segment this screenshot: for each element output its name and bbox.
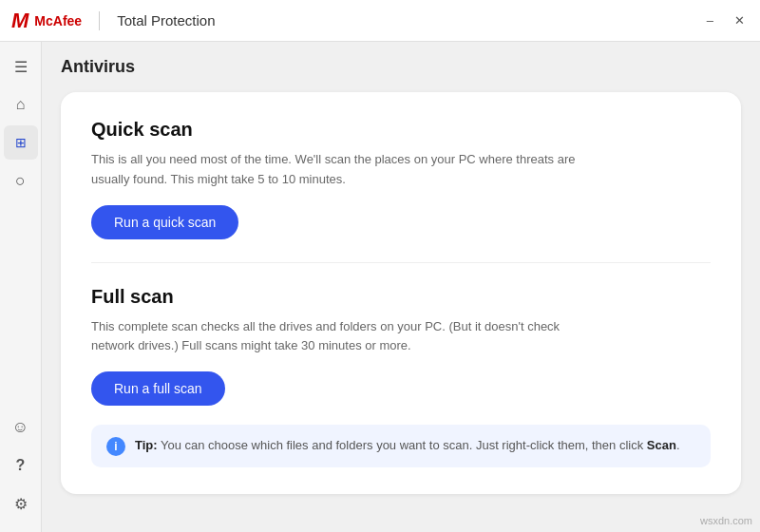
full-scan-section: Full scan This complete scan checks all …: [91, 286, 711, 468]
account-icon: ☺: [12, 418, 28, 437]
antivirus-card: Quick scan This is all you need most of …: [61, 92, 741, 494]
brand-name: McAfee: [34, 13, 82, 28]
main-content: Antivirus Quick scan This is all you nee…: [42, 42, 760, 532]
sidebar-item-menu[interactable]: ☰: [4, 49, 38, 84]
quick-scan-description: This is all you need most of the time. W…: [91, 150, 585, 190]
page-title: Antivirus: [61, 57, 741, 77]
app-layout: ☰ ⌂ ⊞ ○ ☺ ? ⚙ Antivirus Qui: [0, 42, 760, 532]
title-divider: [99, 11, 100, 30]
titlebar: M McAfee Total Protection – ✕: [0, 0, 760, 42]
sidebar-item-home[interactable]: ⌂: [4, 87, 38, 122]
sidebar-item-settings[interactable]: ⚙: [4, 486, 38, 521]
menu-icon: ☰: [14, 58, 28, 76]
tip-box: i Tip: You can choose which files and fo…: [91, 425, 711, 467]
mcafee-m-icon: M: [11, 9, 28, 33]
tip-link: Scan: [647, 438, 676, 452]
sidebar-bottom: ☺ ? ⚙: [4, 410, 38, 532]
home-icon: ⌂: [16, 96, 26, 113]
quick-scan-heading: Quick scan: [91, 119, 711, 141]
logo-area: M McAfee Total Protection: [11, 9, 216, 33]
tip-text: Tip: You can choose which files and fold…: [135, 436, 680, 455]
minimize-button[interactable]: –: [703, 12, 717, 28]
window-controls: – ✕: [703, 12, 749, 28]
close-button[interactable]: ✕: [731, 12, 749, 28]
sidebar-item-account[interactable]: ☺: [4, 410, 38, 445]
quick-scan-section: Quick scan This is all you need most of …: [91, 119, 711, 263]
mcafee-logo: M McAfee: [11, 9, 82, 33]
apps-icon: ⊞: [15, 135, 27, 150]
circle-icon: ○: [15, 171, 26, 191]
settings-icon: ⚙: [14, 495, 28, 513]
sidebar-item-help[interactable]: ?: [4, 448, 38, 483]
tip-prefix: Tip:: [135, 438, 158, 452]
tip-content: You can choose which files and folders y…: [158, 438, 647, 452]
quick-scan-button[interactable]: Run a quick scan: [91, 205, 238, 239]
sidebar-item-circle[interactable]: ○: [4, 163, 38, 198]
help-icon: ?: [16, 457, 26, 474]
tip-suffix: .: [676, 438, 680, 452]
full-scan-button[interactable]: Run a full scan: [91, 371, 225, 406]
full-scan-description: This complete scan checks all the drives…: [91, 317, 585, 357]
app-title: Total Protection: [117, 12, 215, 28]
full-scan-heading: Full scan: [91, 286, 711, 308]
sidebar-item-apps[interactable]: ⊞: [4, 125, 38, 160]
tip-icon: i: [106, 437, 125, 456]
sidebar: ☰ ⌂ ⊞ ○ ☺ ? ⚙: [0, 42, 42, 532]
